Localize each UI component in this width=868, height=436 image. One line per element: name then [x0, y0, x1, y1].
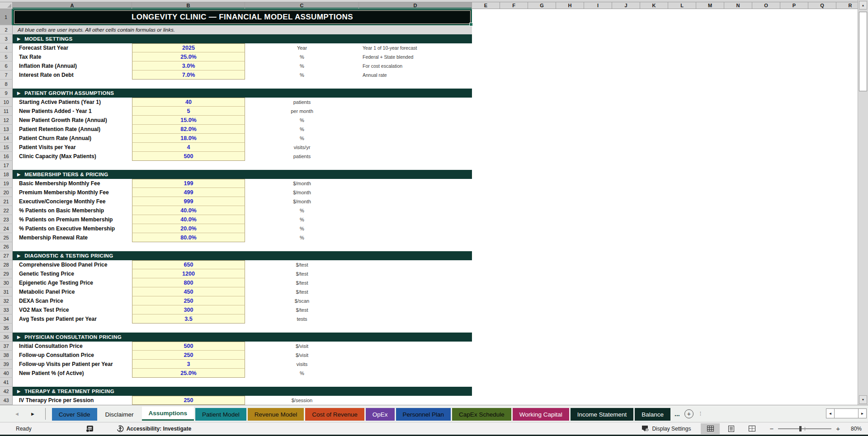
sheet-tab-balance[interactable]: Balance — [635, 408, 670, 421]
input-cell-B30[interactable]: 800 — [132, 278, 245, 287]
input-cell-B33[interactable]: 300 — [132, 305, 245, 314]
column-header-N[interactable]: N — [724, 2, 752, 9]
input-cell-B21[interactable]: 999 — [132, 197, 245, 206]
note-cell-D20[interactable] — [359, 188, 472, 197]
input-cell-B12[interactable]: 15.0% — [132, 116, 245, 125]
vertical-scrollbar[interactable]: ▲ ▼ — [858, 0, 868, 405]
note-cell-D31[interactable] — [359, 287, 472, 296]
input-cell-B43[interactable]: 250 — [132, 396, 245, 405]
row-header-32[interactable]: 32 — [0, 296, 13, 305]
column-header-A[interactable]: A — [13, 2, 132, 9]
assumption-label-A43[interactable]: IV Therapy Price per Session — [13, 396, 132, 405]
assumption-label-A13[interactable]: Patient Retention Rate (Annual) — [13, 125, 132, 134]
assumption-label-A5[interactable]: Tax Rate — [13, 52, 132, 61]
row-header-17[interactable]: 17 — [0, 161, 13, 170]
input-cell-B6[interactable]: 3.0% — [132, 61, 245, 70]
zoom-level[interactable]: 80% — [846, 426, 862, 432]
unit-cell-C16[interactable]: patients — [245, 152, 359, 161]
input-cell-B38[interactable]: 250 — [132, 351, 245, 360]
assumption-label-A25[interactable]: Membership Renewal Rate — [13, 233, 132, 242]
zoom-slider[interactable] — [778, 426, 831, 432]
note-cell-D30[interactable] — [359, 278, 472, 287]
sheet-tab-patient-model[interactable]: Patient Model — [195, 408, 246, 421]
column-header-O[interactable]: O — [752, 2, 780, 9]
input-cell-B16[interactable]: 500 — [132, 152, 245, 161]
row-header-23[interactable]: 23 — [0, 215, 13, 224]
input-cell-B23[interactable]: 40.0% — [132, 215, 245, 224]
assumption-label-A34[interactable]: Avg Tests per Patient per Year — [13, 314, 132, 323]
row-header-1[interactable]: 1 — [0, 9, 13, 25]
assumption-label-A12[interactable]: New Patient Growth Rate (Annual) — [13, 116, 132, 125]
input-cell-B24[interactable]: 20.0% — [132, 224, 245, 233]
more-tabs-indicator[interactable]: ... — [675, 410, 680, 417]
input-cell-B19[interactable]: 199 — [132, 179, 245, 188]
note-cell-D25[interactable] — [359, 233, 472, 242]
assumption-label-A33[interactable]: VO2 Max Test Price — [13, 305, 132, 314]
input-cell-B34[interactable]: 3.5 — [132, 314, 245, 323]
note-cell-D29[interactable] — [359, 269, 472, 278]
assumption-label-A38[interactable]: Follow-up Consultation Price — [13, 351, 132, 360]
row-header-2[interactable]: 2 — [0, 25, 13, 34]
row-header-35[interactable]: 35 — [0, 323, 13, 333]
assumption-label-A29[interactable]: Genetic Testing Price — [13, 269, 132, 278]
assumption-label-A39[interactable]: Follow-up Visits per Patient per Year — [13, 360, 132, 369]
note-cell-D32[interactable] — [359, 296, 472, 305]
row-header-3[interactable]: 3 — [0, 34, 13, 43]
unit-cell-C31[interactable]: $/test — [245, 287, 359, 296]
note-cell-D7[interactable]: Annual rate — [359, 70, 472, 80]
row-header-25[interactable]: 25 — [0, 233, 13, 242]
unit-cell-C4[interactable]: Year — [245, 43, 359, 52]
sheet-tab-capex-schedule[interactable]: CapEx Schedule — [452, 408, 511, 421]
assumption-label-A16[interactable]: Clinic Capacity (Max Patients) — [13, 152, 132, 161]
note-cell-D11[interactable] — [359, 107, 472, 116]
column-header-P[interactable]: P — [780, 2, 808, 9]
unit-cell-C24[interactable]: % — [245, 224, 359, 233]
note-cell-D33[interactable] — [359, 305, 472, 314]
column-header-B[interactable]: B — [132, 2, 245, 9]
column-header-C[interactable]: C — [245, 2, 359, 9]
note-cell-D39[interactable] — [359, 360, 472, 369]
assumption-label-A37[interactable]: Initial Consultation Price — [13, 342, 132, 351]
input-cell-B13[interactable]: 82.0% — [132, 125, 245, 134]
zoom-slider-thumb[interactable] — [799, 426, 802, 431]
input-cell-B7[interactable]: 7.0% — [132, 70, 245, 80]
sheet-tab-working-capital[interactable]: Working Capital — [513, 408, 569, 421]
row-header-18[interactable]: 18 — [0, 170, 13, 179]
input-cell-B39[interactable]: 3 — [132, 360, 245, 369]
row-header-38[interactable]: 38 — [0, 351, 13, 360]
sheet-tab-income-statement[interactable]: Income Statement — [571, 408, 634, 421]
unit-cell-C32[interactable]: $/scan — [245, 296, 359, 305]
note-cell-D23[interactable] — [359, 215, 472, 224]
unit-cell-C38[interactable]: $/visit — [245, 351, 359, 360]
input-legend-note[interactable]: All blue cells are user inputs. All othe… — [13, 25, 472, 34]
assumption-label-A20[interactable]: Premium Membership Monthly Fee — [13, 188, 132, 197]
unit-cell-C21[interactable]: $/month — [245, 197, 359, 206]
horizontal-scrollbar-thumb[interactable] — [835, 408, 858, 418]
assumption-label-A11[interactable]: New Patients Added - Year 1 — [13, 107, 132, 116]
unit-cell-C6[interactable]: % — [245, 61, 359, 70]
assumption-label-A31[interactable]: Metabolic Panel Price — [13, 287, 132, 296]
unit-cell-C14[interactable]: % — [245, 134, 359, 143]
section-header-model-settings[interactable]: ▶MODEL SETTINGS — [13, 34, 472, 43]
section-header-therapy-treatment-pricing[interactable]: ▶THERAPY & TREATMENT PRICING — [13, 387, 472, 396]
input-cell-B15[interactable]: 4 — [132, 143, 245, 152]
row-header-13[interactable]: 13 — [0, 125, 13, 134]
unit-cell-C28[interactable]: $/test — [245, 260, 359, 269]
row-header-19[interactable]: 19 — [0, 179, 13, 188]
input-cell-B32[interactable]: 250 — [132, 296, 245, 305]
row-header-43[interactable]: 43 — [0, 396, 13, 405]
note-cell-D16[interactable] — [359, 152, 472, 161]
row-header-14[interactable]: 14 — [0, 134, 13, 143]
input-cell-B31[interactable]: 450 — [132, 287, 245, 296]
note-cell-D14[interactable] — [359, 134, 472, 143]
row-header-6[interactable]: 6 — [0, 61, 13, 70]
vertical-scrollbar-thumb[interactable] — [859, 12, 867, 91]
column-header-Q[interactable]: Q — [808, 2, 836, 9]
unit-cell-C34[interactable]: tests — [245, 314, 359, 323]
note-cell-D4[interactable]: Year 1 of 10-year forecast — [359, 43, 472, 52]
model-title-cell[interactable]: LONGEVITY CLINIC — FINANCIAL MODEL ASSUM… — [13, 9, 472, 25]
section-header-physician-consultation-pricing[interactable]: ▶PHYSICIAN CONSULTATION PRICING — [13, 333, 472, 342]
note-cell-D12[interactable] — [359, 116, 472, 125]
row-header-24[interactable]: 24 — [0, 224, 13, 233]
tab-scroll-left-icon[interactable]: ◄ — [14, 411, 19, 417]
